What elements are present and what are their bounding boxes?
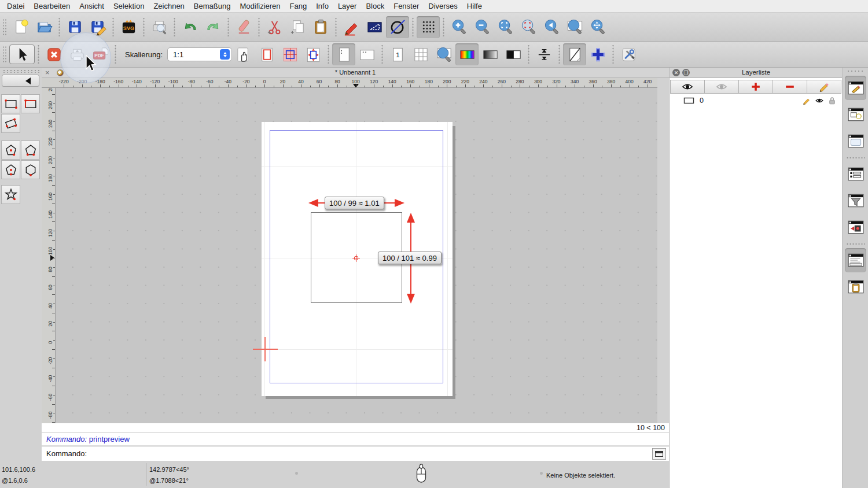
page-border-button[interactable] bbox=[255, 43, 278, 65]
ruler-tick bbox=[52, 294, 55, 295]
tiled-pages-button[interactable] bbox=[278, 43, 301, 65]
tool-polygon-center-corner-button[interactable] bbox=[1, 141, 20, 160]
multi-page-button[interactable] bbox=[409, 43, 432, 65]
clipboard-window-button[interactable] bbox=[845, 275, 866, 299]
toolbar-drag-handle[interactable] bbox=[2, 19, 7, 36]
paste-button[interactable] bbox=[309, 16, 332, 38]
save-button[interactable] bbox=[63, 16, 86, 38]
sheet-settings-button[interactable] bbox=[563, 43, 586, 65]
menu-diverses[interactable]: Diverses bbox=[424, 0, 462, 13]
menu-hilfe[interactable]: Hilfe bbox=[462, 0, 487, 13]
circle-slash-button[interactable] bbox=[386, 16, 409, 38]
grayscale-mode-button[interactable] bbox=[479, 43, 502, 65]
show-all-layers-button[interactable] bbox=[670, 80, 705, 94]
zoom-in-button[interactable] bbox=[447, 16, 470, 38]
close-preview-button[interactable] bbox=[42, 43, 65, 65]
menu-ansicht[interactable]: Ansicht bbox=[75, 0, 109, 13]
remove-layer-button[interactable] bbox=[773, 80, 807, 94]
new-document-button[interactable] bbox=[9, 16, 32, 38]
single-page-button[interactable]: 1 bbox=[386, 43, 409, 65]
ruler-label: 100 bbox=[47, 244, 53, 258]
zoom-auto-button[interactable] bbox=[494, 16, 517, 38]
dock-drag-handle[interactable] bbox=[847, 70, 865, 73]
drawing-canvas[interactable]: 100 / 99 ≈ 1.01 100 / 101 ≈ 0.99 bbox=[56, 88, 657, 423]
block-list-window-button[interactable] bbox=[845, 102, 866, 127]
pdf-export-button[interactable]: PDF bbox=[89, 43, 112, 65]
add-layer-button[interactable] bbox=[738, 80, 773, 94]
zoom-page-button[interactable] bbox=[432, 43, 455, 65]
print-preview-button[interactable] bbox=[148, 16, 171, 38]
cut-button[interactable] bbox=[263, 16, 286, 38]
select-cursor-button[interactable] bbox=[9, 45, 35, 64]
color-mode-button[interactable] bbox=[455, 43, 479, 65]
zoom-pan-button[interactable] bbox=[586, 16, 609, 38]
menu-selektion[interactable]: Selektion bbox=[109, 0, 149, 13]
tool-rect-rotated-button[interactable] bbox=[1, 114, 20, 133]
menu-block[interactable]: Block bbox=[361, 0, 389, 13]
scale-select[interactable]: 1:1 bbox=[167, 47, 232, 61]
layer-list-window-button[interactable] bbox=[845, 76, 866, 100]
command-input-line[interactable]: Kommando: bbox=[42, 446, 669, 461]
copy-button[interactable] bbox=[286, 16, 309, 38]
open-file-button[interactable] bbox=[32, 16, 56, 38]
tool-polygon-corners-button[interactable] bbox=[21, 141, 40, 160]
library-browser-window-button[interactable] bbox=[845, 129, 866, 153]
detach-command-line-button[interactable] bbox=[652, 448, 666, 460]
ruler-label: 140 bbox=[47, 208, 53, 221]
menu-zeichnen[interactable]: Zeichnen bbox=[149, 0, 189, 13]
layer-lock-icon[interactable] bbox=[827, 96, 837, 105]
stepper-icon[interactable] bbox=[220, 49, 230, 60]
layer-edit-icon[interactable] bbox=[802, 96, 811, 105]
blue-dimension-button[interactable] bbox=[363, 16, 386, 38]
tool-star-button[interactable] bbox=[1, 185, 20, 204]
menu-fang[interactable]: Fang bbox=[285, 0, 312, 13]
tool-polygon-center-side-button[interactable] bbox=[1, 160, 20, 179]
menu-modifizieren[interactable]: Modifizieren bbox=[235, 0, 285, 13]
ruler-tick bbox=[483, 84, 484, 87]
tool-polygon-sides-button[interactable] bbox=[21, 160, 40, 179]
grid-dots-button[interactable] bbox=[417, 16, 440, 38]
menu-info[interactable]: Info bbox=[311, 0, 333, 13]
ruler-label: -20 bbox=[242, 79, 249, 84]
hide-all-layers-button[interactable] bbox=[704, 80, 739, 94]
landscape-button[interactable] bbox=[355, 43, 378, 65]
edit-layer-button[interactable] bbox=[807, 80, 841, 94]
blackwhite-mode-button[interactable] bbox=[502, 43, 525, 65]
menu-fenster[interactable]: Fenster bbox=[389, 0, 424, 13]
zoom-window-button[interactable] bbox=[563, 16, 586, 38]
menu-bearbeiten[interactable]: Bearbeiten bbox=[29, 0, 75, 13]
toolbar-drag-handle[interactable] bbox=[2, 46, 7, 63]
zoom-out-button[interactable] bbox=[470, 16, 494, 38]
crosshair-plus-button[interactable] bbox=[586, 43, 609, 65]
zoom-previous-button[interactable] bbox=[540, 16, 563, 38]
eraser-button[interactable] bbox=[232, 16, 255, 38]
menu-datei[interactable]: Datei bbox=[2, 0, 29, 13]
layer-row[interactable]: 0 bbox=[671, 95, 841, 106]
relative-coordinates: @1.6,0.6 bbox=[2, 477, 28, 484]
ruler-tick bbox=[392, 84, 393, 87]
save-as-button[interactable] bbox=[86, 16, 109, 38]
tool-rect-sides-button[interactable] bbox=[21, 94, 40, 113]
entity-filter-window-button[interactable] bbox=[845, 188, 866, 213]
menu-layer[interactable]: Layer bbox=[333, 0, 362, 13]
command-list-window-button[interactable] bbox=[845, 162, 866, 186]
layer-visible-icon[interactable] bbox=[815, 96, 824, 105]
preferences-button[interactable] bbox=[617, 43, 640, 65]
projection-window-button[interactable] bbox=[845, 215, 866, 239]
tool-rect-corners-button[interactable] bbox=[1, 94, 20, 113]
svg-export-button[interactable]: SVG bbox=[117, 16, 140, 38]
portrait-button[interactable] bbox=[332, 43, 355, 65]
pan-hand-button[interactable] bbox=[232, 43, 255, 65]
back-button[interactable] bbox=[2, 75, 39, 87]
fixed-size-button[interactable] bbox=[532, 43, 556, 65]
red-pencil-button[interactable] bbox=[340, 16, 363, 38]
undo-button[interactable] bbox=[178, 16, 201, 38]
ruler-label: 0 bbox=[263, 79, 266, 84]
printer-button[interactable] bbox=[65, 43, 89, 65]
zoom-selected-button[interactable] bbox=[517, 16, 540, 38]
command-line-window-button[interactable] bbox=[845, 248, 866, 272]
palette-drag-handle[interactable] bbox=[2, 69, 39, 73]
redo-button[interactable] bbox=[201, 16, 225, 38]
fit-page-button[interactable] bbox=[301, 43, 325, 65]
menu-bemaung[interactable]: Bemaßung bbox=[189, 0, 236, 13]
